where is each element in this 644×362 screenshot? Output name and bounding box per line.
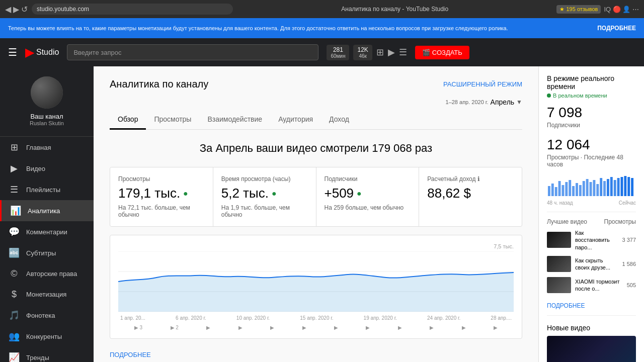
svg-rect-5 <box>551 184 554 196</box>
stat-label-revenue: Расчетный доход ℹ <box>427 175 514 183</box>
refresh-button[interactable]: ↺ <box>21 5 28 14</box>
browser-url[interactable]: studio.youtube.com <box>32 4 233 15</box>
back-button[interactable]: ◀ <box>5 5 11 14</box>
svg-rect-14 <box>583 181 585 196</box>
subtitles-icon: 🔤 <box>8 247 20 258</box>
notif-more-link[interactable]: ПОДРОБНЕЕ <box>597 25 636 32</box>
svg-rect-4 <box>548 186 550 196</box>
tab-views[interactable]: Просмотры <box>146 110 199 130</box>
marker-9: ▶ <box>398 325 402 330</box>
x-label-5: 19 апр. 2020 г. <box>364 315 397 321</box>
top-video-1[interactable]: Как восстановить паро... 3 377 <box>547 229 636 251</box>
sidebar-item-videos[interactable]: ▶ Видео <box>0 158 94 179</box>
sidebar-item-subtitles[interactable]: 🔤 Субтитры <box>0 242 94 263</box>
browser-bar: ◀ ▶ ↺ studio.youtube.com Аналитика по ка… <box>0 0 644 18</box>
right-more-link[interactable]: ПОДРОБНЕЕ <box>547 302 585 309</box>
app-header: ☰ ▶ Studio 281 60мин 12K 46к ⊞ ▶ ☰ 🎬 СОЗ… <box>0 38 644 66</box>
app-layout: Ваш канал Ruslan Skutin ⊞ Главная ▶ Виде… <box>0 66 644 362</box>
sidebar-item-home[interactable]: ⊞ Главная <box>0 137 94 158</box>
svg-rect-24 <box>617 178 620 196</box>
youtube-icon: ▶ <box>25 45 34 59</box>
marker-11: ▶ <box>462 325 466 330</box>
top-video-3[interactable]: XIAOMI тормозит после о... 505 <box>547 277 636 293</box>
realtime-sub-text: В реальном времени <box>553 93 607 99</box>
chevron-down-icon: ▼ <box>516 99 522 106</box>
svg-rect-25 <box>621 177 623 196</box>
video-icon: ▶ <box>8 163 20 174</box>
thumb-img-3 <box>547 277 571 293</box>
sidebar-label-home: Главная <box>26 144 51 151</box>
sidebar-item-copyright[interactable]: © Авторские права <box>0 263 94 284</box>
forward-button[interactable]: ▶ <box>13 5 19 14</box>
sidebar-label-monetization: Монетизация <box>26 291 66 298</box>
video-markers: ▶ 3 ▶ 2 ▶ ▶ ▶ ▶ ▶ ▶ ▶ ▶ ▶ ▶ <box>118 325 514 330</box>
x-label-2: 6 апр. 2020 г. <box>176 315 206 321</box>
tabs: Обзор Просмотры Взаимодействие Аудитория… <box>110 110 522 130</box>
x-label-3: 10 апр. 2020 г. <box>236 315 270 321</box>
chart-right-label: Сейчас <box>619 200 636 206</box>
new-video-thumb[interactable]: Бритва Deonica 6 лезвий ТОП за свои... <box>547 336 636 362</box>
svg-rect-16 <box>590 182 592 196</box>
sidebar-item-comments[interactable]: 💬 Комментарии <box>0 221 94 242</box>
sidebar-item-playlists[interactable]: ☰ Плейлисты <box>0 179 94 200</box>
mini-chart-svg <box>547 176 636 196</box>
hamburger-menu[interactable]: ☰ <box>8 46 17 58</box>
marker-12: ▶ <box>494 325 498 330</box>
notification-bar: Теперь вы можете влиять на то, какие пар… <box>0 18 644 38</box>
video-title-3: XIAOMI тормозит после о... <box>575 278 623 293</box>
list-icon[interactable]: ☰ <box>399 47 407 58</box>
stat-sub-views: На 72,1 тыс. больше, чем обычно <box>118 204 205 218</box>
channel-username: Ruslan Skutin <box>30 120 64 126</box>
top-video-2[interactable]: Как скрыть своих друзе... 1 586 <box>547 256 636 272</box>
browser-title: Аналитика по каналу - YouTube Studio <box>237 6 552 13</box>
svg-rect-12 <box>576 183 578 196</box>
svg-rect-13 <box>579 185 582 196</box>
sidebar-item-audio[interactable]: 🎵 Фонотека <box>0 305 94 326</box>
x-label-6: 24 апр. 2020 г. <box>427 315 460 321</box>
stat-value-revenue: 88,62 $ <box>427 186 514 201</box>
extended-mode-link[interactable]: РАСШИРЕННЫЙ РЕЖИМ <box>443 80 522 88</box>
search-input[interactable] <box>67 44 318 60</box>
info-icon: ℹ <box>477 175 480 183</box>
tab-revenue[interactable]: Доход <box>321 110 357 130</box>
marker-1: ▶ 3 <box>134 325 142 330</box>
mini-chart-labels: 48 ч. назад Сейчас <box>547 200 636 206</box>
svg-rect-20 <box>603 181 606 196</box>
play-icon[interactable]: ▶ <box>388 47 395 58</box>
tab-engagement[interactable]: Взаимодействие <box>199 110 270 130</box>
month-selector[interactable]: Апрель ▼ <box>491 98 522 106</box>
sidebar-label-comments: Комментарии <box>26 228 67 236</box>
main-content: Аналитика по каналу РАСШИРЕННЫЙ РЕЖИМ 1–… <box>94 66 538 362</box>
sidebar-item-monetization[interactable]: $ Монетизация <box>0 284 94 305</box>
divider-2 <box>547 315 636 316</box>
header-stats: 281 60мин 12K 46к ⊞ ▶ ☰ <box>327 45 407 60</box>
video-thumb-3 <box>547 277 571 293</box>
video-views-1: 3 377 <box>622 237 636 243</box>
svg-rect-6 <box>555 187 557 196</box>
chart-x-labels: 1 апр. 20... 6 апр. 2020 г. 10 апр. 2020… <box>118 315 514 321</box>
svg-rect-17 <box>593 180 595 196</box>
x-label-1: 1 апр. 20... <box>120 315 145 321</box>
studio-label: Studio <box>36 48 59 57</box>
search-bar <box>67 44 318 60</box>
notif-text: Теперь вы можете влиять на то, какие пар… <box>8 25 508 31</box>
marker-4: ▶ <box>238 325 243 330</box>
sidebar: Ваш канал Ruslan Skutin ⊞ Главная ▶ Виде… <box>0 66 94 362</box>
views-green-icon: ● <box>183 189 188 198</box>
sidebar-item-trends[interactable]: 📈 Тренды <box>0 347 94 362</box>
tab-overview[interactable]: Обзор <box>110 110 146 130</box>
create-button[interactable]: 🎬 СОЗДАТЬ <box>415 46 469 59</box>
sidebar-item-analytics[interactable]: 📊 Аналитика <box>0 200 94 221</box>
sidebar-item-competitors[interactable]: 👥 Конкуренты <box>0 326 94 347</box>
grid-icon[interactable]: ⊞ <box>376 47 384 58</box>
more-link[interactable]: ПОДРОБНЕЕ <box>110 351 151 358</box>
yt-logo: ▶ Studio <box>25 45 59 59</box>
realtime-title: В режиме реального времени <box>547 74 636 90</box>
subscribers-label: Подписчики <box>547 122 636 129</box>
marker-3: ▶ <box>206 325 210 330</box>
marker-5: ▶ <box>270 325 274 330</box>
sidebar-label-copyright: Авторские права <box>26 270 77 278</box>
subscribers-green-icon: ● <box>357 189 362 198</box>
tab-audience[interactable]: Аудитория <box>270 110 321 130</box>
month-label: Апрель <box>491 98 515 106</box>
